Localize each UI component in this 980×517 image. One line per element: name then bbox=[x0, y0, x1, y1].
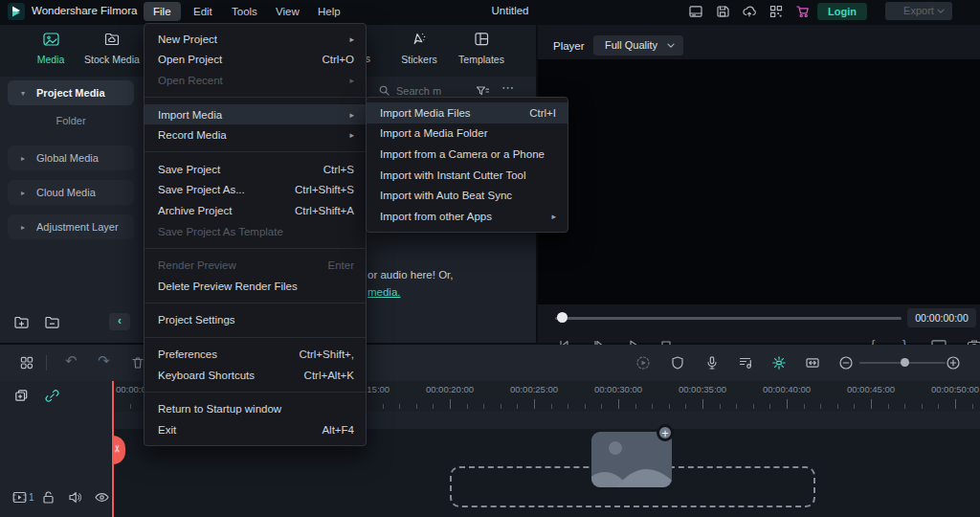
sidebar-item-label: Cloud Media bbox=[36, 187, 96, 198]
undo-icon[interactable]: ↶ bbox=[65, 352, 78, 370]
scrubber-handle[interactable] bbox=[557, 312, 568, 323]
menu-help[interactable]: Help bbox=[308, 2, 350, 21]
menu-edit[interactable]: Edit bbox=[184, 2, 222, 21]
player-label: Player bbox=[553, 40, 585, 52]
menu-item-label: Keyboard Shortcuts bbox=[158, 370, 304, 381]
toolbox-icon[interactable] bbox=[19, 355, 34, 371]
menu-item-save-project[interactable]: Save ProjectCtrl+S bbox=[145, 159, 366, 180]
menu-item-import-with-instant-cutter-tool[interactable]: Import with Instant Cutter Tool bbox=[367, 165, 568, 186]
ruler-tick bbox=[618, 399, 619, 409]
export-chevron-icon bbox=[937, 9, 945, 14]
video-preview bbox=[538, 59, 980, 304]
expand-arrow-icon[interactable]: ▾ bbox=[21, 89, 25, 98]
video-track-icon[interactable] bbox=[11, 489, 28, 506]
search-input[interactable]: Search m bbox=[396, 85, 441, 97]
audio-mixer-icon[interactable] bbox=[738, 355, 753, 371]
menu-item-import-media[interactable]: Import Media▸ bbox=[145, 104, 366, 125]
ruler-label: 00:00:20:00 bbox=[426, 384, 474, 394]
ruler-label: 00:00:30:00 bbox=[594, 384, 642, 394]
menu-item-label: Open Recent bbox=[158, 75, 349, 86]
menu-item-return-to-startup-window[interactable]: Return to Startup window bbox=[145, 398, 366, 419]
voiceover-mic-icon[interactable] bbox=[704, 355, 720, 371]
smart-tools-icon[interactable] bbox=[771, 355, 787, 371]
menu-item-import-media-files[interactable]: Import Media FilesCtrl+I bbox=[367, 102, 568, 124]
menu-item-label: Save Project As Template bbox=[158, 226, 354, 237]
cart-icon[interactable] bbox=[795, 4, 811, 19]
menu-item-import-from-a-camera-or-a-phone[interactable]: Import from a Camera or a Phone bbox=[367, 144, 568, 165]
marker-icon[interactable] bbox=[670, 355, 685, 371]
collapse-sidebar-button[interactable]: ‹ bbox=[109, 313, 130, 330]
sidebar-item-folder[interactable]: Folder bbox=[8, 115, 134, 130]
menu-item-keyboard-shortcuts[interactable]: Keyboard ShortcutsCtrl+Alt+K bbox=[145, 365, 366, 386]
tab-media-label: Media bbox=[17, 54, 84, 65]
ruler-tick bbox=[534, 399, 535, 409]
menu-item-import-a-media-folder[interactable]: Import a Media Folder bbox=[367, 124, 568, 145]
cloud-upload-icon[interactable] bbox=[742, 4, 757, 19]
menu-item-project-settings[interactable]: Project Settings bbox=[145, 310, 366, 331]
mute-speaker-icon[interactable] bbox=[67, 489, 83, 506]
tab-stickers[interactable]: Stickers bbox=[386, 31, 453, 65]
new-folder-icon[interactable] bbox=[13, 314, 30, 330]
menu-view[interactable]: View bbox=[266, 2, 309, 21]
add-media-plus-icon[interactable]: + bbox=[657, 424, 674, 441]
export-button[interactable]: Export bbox=[885, 2, 952, 20]
menu-item-record-media[interactable]: Record Media▸ bbox=[145, 124, 366, 146]
collapse-arrow-icon[interactable]: ▸ bbox=[21, 223, 25, 232]
render-preview-icon[interactable] bbox=[635, 355, 651, 371]
file-menu: New Project▸Open ProjectCtrl+OOpen Recen… bbox=[144, 23, 367, 446]
collapse-arrow-icon[interactable]: ▸ bbox=[21, 189, 25, 197]
menu-item-delete-preview-render-files[interactable]: Delete Preview Render Files bbox=[145, 276, 366, 297]
menu-separator bbox=[145, 303, 366, 303]
menu-item-save-project-as[interactable]: Save Project As...Ctrl+Shift+S bbox=[145, 180, 366, 201]
collapse-arrow-icon[interactable]: ▸ bbox=[21, 154, 25, 163]
redo-icon[interactable]: ↷ bbox=[98, 352, 110, 370]
more-options-icon[interactable]: ⋯ bbox=[501, 80, 514, 95]
zoom-to-fit-icon[interactable] bbox=[805, 355, 820, 371]
menu-item-import-from-other-apps[interactable]: Import from other Apps▸ bbox=[367, 206, 568, 227]
menu-item-open-project[interactable]: Open ProjectCtrl+O bbox=[145, 50, 366, 71]
zoom-out-icon[interactable] bbox=[838, 355, 854, 371]
grid-apps-icon[interactable] bbox=[768, 4, 784, 19]
templates-icon bbox=[473, 31, 490, 47]
search-icon[interactable] bbox=[377, 83, 391, 98]
zoom-in-icon[interactable] bbox=[946, 355, 961, 371]
filmora-logo bbox=[8, 3, 25, 20]
timecode-display: 00:00:00:00 bbox=[907, 308, 976, 327]
lock-icon[interactable] bbox=[40, 489, 56, 506]
tab-stock-media[interactable]: Stock Media bbox=[78, 31, 145, 65]
menu-file[interactable]: File bbox=[144, 2, 181, 21]
sidebar-item-global-media[interactable]: ▸Global Media bbox=[8, 146, 134, 170]
menu-separator bbox=[145, 151, 366, 152]
menu-item-new-project[interactable]: New Project▸ bbox=[145, 29, 366, 50]
menu-item-exit[interactable]: ExitAlt+F4 bbox=[145, 419, 366, 440]
save-icon[interactable] bbox=[715, 4, 730, 19]
tab-templates[interactable]: Templates bbox=[448, 31, 515, 65]
tab-media[interactable]: Media bbox=[17, 31, 84, 65]
add-track-icon[interactable] bbox=[13, 388, 30, 404]
menu-item-preferences[interactable]: PreferencesCtrl+Shift+, bbox=[145, 344, 366, 365]
scrubber-track[interactable] bbox=[555, 317, 902, 320]
playhead-scissors-handle[interactable]: ✂ bbox=[113, 436, 125, 464]
menu-item-label: Project Settings bbox=[158, 314, 354, 326]
track-count: 1 bbox=[29, 492, 34, 503]
menu-item-import-with-auto-beat-sync[interactable]: Import with Auto Beat Sync bbox=[367, 185, 568, 206]
menu-item-label: Import from other Apps bbox=[380, 211, 551, 222]
menu-tools[interactable]: Tools bbox=[222, 2, 267, 21]
sidebar-item-adjustment-layer[interactable]: ▸Adjustment Layer bbox=[8, 214, 134, 239]
quality-dropdown[interactable]: Full Quality bbox=[593, 35, 683, 56]
panel-layout-icon[interactable] bbox=[688, 4, 703, 19]
submenu-arrow-icon: ▸ bbox=[349, 130, 354, 140]
filmora-window: Media Stock Media ts Stickers Templates … bbox=[0, 0, 980, 517]
menu-item-open-recent: Open Recent▸ bbox=[145, 70, 366, 91]
delete-folder-icon[interactable] bbox=[44, 314, 60, 330]
sidebar-item-cloud-media[interactable]: ▸Cloud Media bbox=[8, 180, 134, 205]
toolbar-divider bbox=[46, 355, 47, 371]
sidebar-item-project-media[interactable]: ▾Project Media bbox=[8, 80, 134, 105]
visibility-eye-icon[interactable] bbox=[94, 489, 110, 506]
login-button[interactable]: Login bbox=[817, 3, 867, 20]
import-media-link[interactable]: media. bbox=[368, 286, 401, 298]
zoom-slider-handle[interactable] bbox=[901, 358, 909, 367]
auto-link-icon[interactable] bbox=[44, 388, 60, 404]
ruler-tick bbox=[854, 404, 855, 409]
menu-item-archive-project[interactable]: Archive ProjectCtrl+Shift+A bbox=[145, 200, 366, 221]
